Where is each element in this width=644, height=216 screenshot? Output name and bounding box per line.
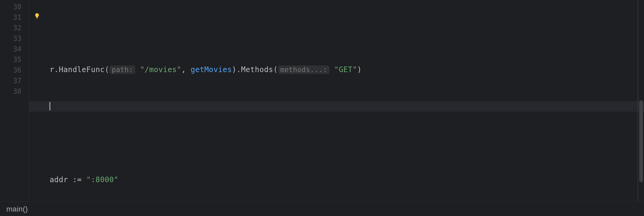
code-token: r bbox=[49, 65, 54, 74]
line-number[interactable]: 33 bbox=[0, 33, 29, 44]
code-token: ) bbox=[232, 65, 236, 74]
code-token: . bbox=[54, 65, 59, 74]
vertical-scrollbar[interactable] bbox=[639, 0, 644, 201]
code-line-34[interactable]: addr := ":8000" bbox=[29, 175, 644, 185]
code-token: ( bbox=[105, 65, 109, 74]
svg-rect-1 bbox=[37, 18, 38, 19]
code-line-30[interactable] bbox=[29, 28, 644, 38]
lightbulb-icon[interactable] bbox=[34, 13, 40, 21]
code-area: 30 31 32 33 34 35 36 37 38 r.HandleFunc(… bbox=[0, 0, 644, 201]
code-token: . bbox=[237, 65, 241, 74]
line-number[interactable]: 31 bbox=[0, 12, 29, 23]
code-content[interactable]: r.HandleFunc(path: "/movies", getMovies)… bbox=[29, 0, 644, 201]
code-token: ) bbox=[357, 65, 362, 74]
code-token: , bbox=[181, 65, 191, 74]
code-token: getMovies bbox=[191, 65, 232, 74]
code-token: HandleFunc bbox=[59, 65, 105, 74]
param-hint-methods: methods...: bbox=[278, 65, 329, 74]
code-token: := bbox=[72, 175, 86, 184]
code-line-31[interactable]: r.HandleFunc(path: "/movies", getMovies)… bbox=[29, 64, 644, 75]
code-token bbox=[135, 65, 140, 74]
line-number[interactable]: 30 bbox=[0, 2, 29, 12]
code-token: "/movies" bbox=[140, 65, 181, 74]
indent bbox=[31, 65, 49, 74]
code-token: ( bbox=[273, 65, 278, 74]
line-number[interactable]: 36 bbox=[0, 65, 29, 76]
editor-container: 30 31 32 33 34 35 36 37 38 r.HandleFunc(… bbox=[0, 0, 644, 216]
code-token: addr bbox=[49, 175, 72, 184]
line-number[interactable]: 34 bbox=[0, 44, 29, 54]
code-token: "GET" bbox=[334, 65, 357, 74]
code-token: Methods bbox=[241, 65, 273, 74]
line-number[interactable]: 38 bbox=[0, 86, 29, 97]
indent bbox=[31, 175, 49, 184]
code-token bbox=[330, 65, 334, 74]
line-number[interactable]: 37 bbox=[0, 76, 29, 86]
line-number[interactable]: 35 bbox=[0, 54, 29, 65]
breadcrumb-item[interactable]: main() bbox=[6, 205, 28, 213]
line-number[interactable]: 32 bbox=[0, 23, 29, 33]
param-hint-path: path: bbox=[110, 65, 135, 74]
code-line-32[interactable] bbox=[29, 101, 644, 112]
code-token: ":8000" bbox=[86, 175, 119, 184]
svg-rect-0 bbox=[36, 18, 38, 18]
scrollbar-thumb[interactable] bbox=[639, 100, 643, 182]
indent bbox=[31, 102, 49, 111]
line-number-gutter: 30 31 32 33 34 35 36 37 38 bbox=[0, 0, 29, 201]
breadcrumb[interactable]: main() bbox=[0, 201, 644, 216]
code-line-33[interactable] bbox=[29, 138, 644, 148]
text-caret bbox=[49, 102, 50, 110]
